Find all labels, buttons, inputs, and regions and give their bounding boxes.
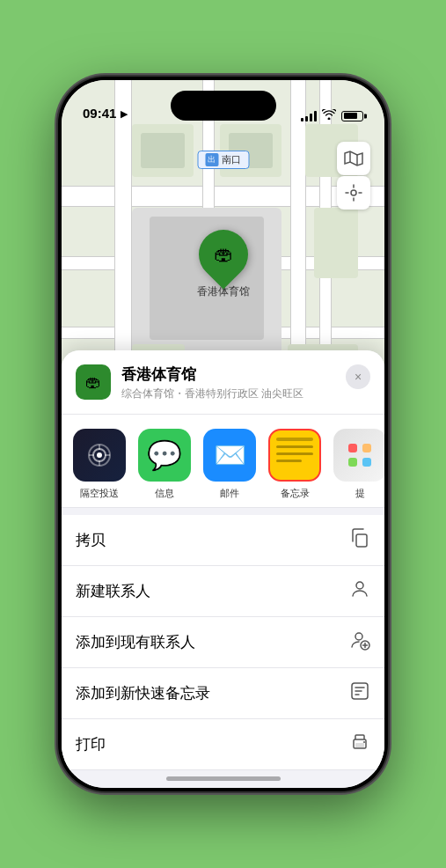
- signal-bars-icon: [301, 111, 317, 121]
- copy-icon: [349, 527, 370, 553]
- messages-icon: 💬: [138, 429, 191, 482]
- status-time: 09:41: [83, 106, 116, 122]
- map-btn-group: [337, 142, 370, 210]
- map-entrance-text: 南口: [222, 153, 241, 166]
- action-print-label: 打印: [76, 734, 106, 754]
- venue-emoji: 🏟: [85, 373, 101, 392]
- share-item-airdrop[interactable]: 隔空投送: [69, 429, 130, 500]
- wifi-icon: [322, 109, 336, 122]
- new-contact-icon: [349, 578, 370, 604]
- action-copy-label: 拷贝: [76, 530, 106, 550]
- notes-icon: [268, 429, 321, 482]
- action-quick-note-label: 添加到新快速备忘录: [76, 683, 210, 703]
- mail-icon: ✉️: [203, 429, 256, 482]
- bottom-sheet: 🏟 香港体育馆 综合体育馆・香港特别行政区 油尖旺区 ×: [62, 350, 384, 788]
- map-entrance-label: 出 南口: [197, 151, 249, 169]
- airdrop-label: 隔空投送: [80, 487, 119, 500]
- close-button[interactable]: ×: [346, 364, 370, 389]
- svg-point-0: [351, 190, 356, 195]
- more-apps-icon: [333, 429, 384, 482]
- map-type-button[interactable]: [337, 142, 370, 175]
- svg-point-11: [363, 741, 365, 743]
- home-indicator: [166, 776, 281, 781]
- battery-icon: [341, 111, 363, 121]
- share-row: 隔空投送 💬 信息 ✉️ 邮件: [62, 415, 384, 508]
- phone-frame: 09:41 ▶: [58, 77, 388, 791]
- more-label: 提: [355, 487, 365, 500]
- dynamic-island: [171, 91, 276, 121]
- notes-label: 备忘录: [281, 487, 310, 500]
- action-print[interactable]: 打印: [62, 719, 384, 770]
- action-quick-note[interactable]: 添加到新快速备忘录: [62, 668, 384, 719]
- quick-note-icon: [349, 680, 370, 706]
- location-info: 香港体育馆 综合体育馆・香港特别行政区 油尖旺区: [121, 364, 335, 401]
- svg-rect-4: [356, 534, 367, 547]
- stadium-pin-icon: 🏟: [188, 219, 258, 289]
- add-contact-icon: [349, 629, 370, 655]
- status-icons: [301, 109, 363, 122]
- action-new-contact-label: 新建联系人: [76, 581, 150, 601]
- share-item-more[interactable]: 提: [329, 429, 384, 500]
- my-location-button[interactable]: [337, 176, 370, 210]
- svg-rect-10: [355, 743, 364, 747]
- location-name: 香港体育馆: [121, 364, 335, 385]
- svg-point-6: [355, 633, 362, 640]
- messages-label: 信息: [155, 487, 174, 500]
- svg-point-5: [356, 582, 363, 589]
- print-icon: [349, 732, 370, 757]
- location-subtitle: 综合体育馆・香港特别行政区 油尖旺区: [121, 386, 335, 401]
- share-item-mail[interactable]: ✉️ 邮件: [199, 429, 260, 500]
- location-arrow-icon: ▶: [121, 108, 128, 120]
- airdrop-icon: [73, 429, 126, 482]
- map-label-prefix: 出: [205, 153, 218, 166]
- action-add-contact-label: 添加到现有联系人: [76, 632, 195, 652]
- action-copy[interactable]: 拷贝: [62, 515, 384, 566]
- action-add-contact[interactable]: 添加到现有联系人: [62, 617, 384, 668]
- action-new-contact[interactable]: 新建联系人: [62, 566, 384, 617]
- stadium-pin: 🏟 香港体育馆: [197, 230, 250, 299]
- location-venue-icon: 🏟: [76, 364, 111, 400]
- location-header: 🏟 香港体育馆 综合体育馆・香港特别行政区 油尖旺区 ×: [62, 350, 384, 415]
- close-icon: ×: [355, 370, 362, 384]
- share-item-messages[interactable]: 💬 信息: [134, 429, 195, 500]
- svg-point-3: [97, 452, 102, 458]
- share-item-notes[interactable]: 备忘录: [264, 429, 325, 500]
- stadium-emoji: 🏟: [214, 243, 233, 266]
- mail-label: 邮件: [220, 487, 239, 500]
- phone-screen: 09:41 ▶: [62, 80, 384, 788]
- action-list: 拷贝 新建联系人: [62, 515, 384, 770]
